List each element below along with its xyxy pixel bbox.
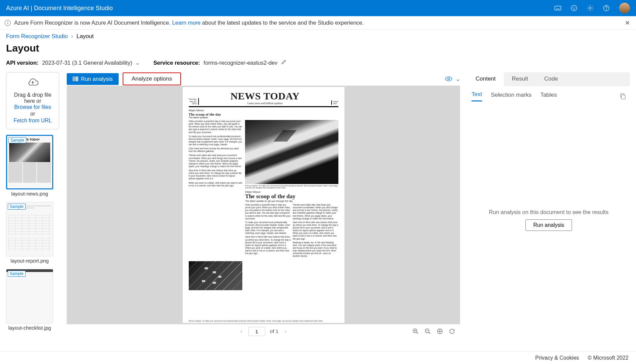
app-header: Azure AI | Document Intelligence Studio [0, 0, 636, 16]
view-controls: ⌄ [445, 76, 460, 82]
config-row: API version: 2023-07-31 (3.1 General Ava… [0, 59, 636, 72]
browse-files-link[interactable]: Browse for files [9, 104, 56, 110]
file-panel: Drag & drop file here or Browse for file… [6, 72, 59, 338]
app-title: Azure AI | Document Intelligence Studio [6, 5, 113, 12]
tab-selection-marks[interactable]: Selection marks [491, 92, 532, 101]
sample-badge: Sample [8, 137, 26, 143]
page-footer: Privacy & Cookies © Microsoft 2022 [0, 351, 636, 364]
tab-tables[interactable]: Tables [540, 92, 557, 101]
run-analysis-button[interactable]: Run analysis [67, 73, 119, 85]
dropzone[interactable]: Drag & drop file here or Browse for file… [6, 72, 59, 129]
keyboard-icon[interactable] [554, 5, 561, 11]
thumbnail-label: layout-report.png [6, 256, 53, 265]
svg-point-9 [589, 7, 591, 9]
edit-icon[interactable] [281, 59, 286, 65]
tab-code[interactable]: Code [536, 72, 566, 86]
thumbnail-list: Sample NEWS TODAY layout-news.png Sample [6, 135, 59, 332]
sample-badge: Sample [8, 204, 26, 210]
svg-point-8 [575, 7, 575, 7]
tab-content[interactable]: Content [467, 72, 504, 86]
breadcrumb: Form Recognizer Studio › Layout [0, 30, 636, 41]
results-panel: Content Result Code Text Selection marks… [467, 72, 630, 338]
chevron-down-icon[interactable]: ⌄ [456, 76, 460, 82]
analysis-icon [73, 77, 78, 81]
svg-point-11 [606, 9, 607, 10]
svg-rect-23 [622, 95, 625, 99]
zoom-controls [412, 328, 455, 335]
zoom-in-icon[interactable] [412, 328, 419, 335]
tab-result[interactable]: Result [504, 72, 536, 86]
svg-line-14 [417, 332, 418, 334]
header-actions [554, 3, 630, 13]
svg-line-18 [429, 332, 430, 334]
cloud-upload-icon [26, 78, 39, 88]
results-empty-state: Run analysis on this document to see the… [467, 101, 630, 338]
notification-bar: i Azure Form Recognizer is now Azure AI … [0, 16, 636, 30]
page-title: Layout [0, 41, 636, 59]
thumbnail-item[interactable]: Sample layout-report.png [6, 202, 53, 265]
content-type-tabs: Text Selection marks Tables [467, 86, 630, 101]
service-resource: Service resource: forms-recognizer-eastu… [153, 59, 286, 66]
thumbnail-item[interactable]: Sample layout-checklist.jpg [6, 269, 53, 332]
document-viewer: Run analysis Analyze options ⌄ Tuesday,S… [67, 72, 460, 338]
thumbnail-label: layout-checklist.jpg [6, 324, 53, 332]
learn-more-link[interactable]: Learn more [172, 20, 201, 26]
info-icon: i [5, 20, 11, 26]
svg-point-6 [571, 5, 577, 11]
avatar[interactable] [619, 3, 630, 13]
rotate-icon[interactable] [449, 328, 455, 335]
document-canvas[interactable]: Tuesday,Sep 20,2022 NEWS TODAYLatest new… [67, 86, 460, 324]
close-icon[interactable]: ✕ [624, 18, 631, 28]
eye-icon[interactable] [445, 76, 452, 82]
analyze-options-button[interactable]: Analyze options [123, 72, 181, 85]
breadcrumb-current: Layout [77, 33, 94, 40]
chevron-down-icon: ⌄ [135, 60, 140, 66]
svg-point-12 [448, 78, 450, 80]
copyright: © Microsoft 2022 [588, 355, 629, 361]
result-view-tabs: Content Result Code [467, 72, 630, 86]
document-page: Tuesday,Sep 20,2022 NEWS TODAYLatest new… [183, 87, 344, 323]
svg-point-7 [573, 7, 573, 7]
page-navigation: ‹ of 1 › [67, 324, 460, 338]
prev-page-button[interactable]: ‹ [239, 327, 243, 336]
page-input[interactable] [248, 327, 265, 336]
copy-icon[interactable] [620, 93, 626, 100]
main-content: Drag & drop file here or Browse for file… [0, 72, 636, 338]
fit-icon[interactable] [436, 328, 443, 335]
notice-text: Azure Form Recognizer is now Azure AI Do… [14, 20, 364, 26]
thumbnail-label: layout-news.png [6, 189, 53, 198]
viewer-toolbar: Run analysis Analyze options ⌄ [67, 72, 460, 86]
svg-rect-0 [555, 6, 561, 10]
page-total: of 1 [270, 328, 279, 334]
tab-text[interactable]: Text [472, 91, 482, 101]
sample-badge: Sample [8, 271, 26, 277]
run-analysis-button-secondary[interactable]: Run analysis [525, 219, 572, 231]
api-version-selector[interactable]: API version: 2023-07-31 (3.1 General Ava… [6, 60, 140, 66]
privacy-link[interactable]: Privacy & Cookies [535, 355, 579, 361]
help-icon[interactable] [603, 5, 610, 11]
gear-icon[interactable] [587, 5, 594, 11]
next-page-button[interactable]: › [283, 327, 287, 336]
fetch-url-link[interactable]: Fetch from URL [9, 118, 56, 124]
empty-message: Run analysis on this document to see the… [489, 209, 609, 215]
chevron-right-icon: › [71, 33, 73, 40]
feedback-icon[interactable] [571, 5, 577, 11]
breadcrumb-root[interactable]: Form Recognizer Studio [6, 33, 68, 40]
thumbnail-item[interactable]: Sample NEWS TODAY layout-news.png [6, 135, 53, 198]
zoom-out-icon[interactable] [424, 328, 431, 335]
